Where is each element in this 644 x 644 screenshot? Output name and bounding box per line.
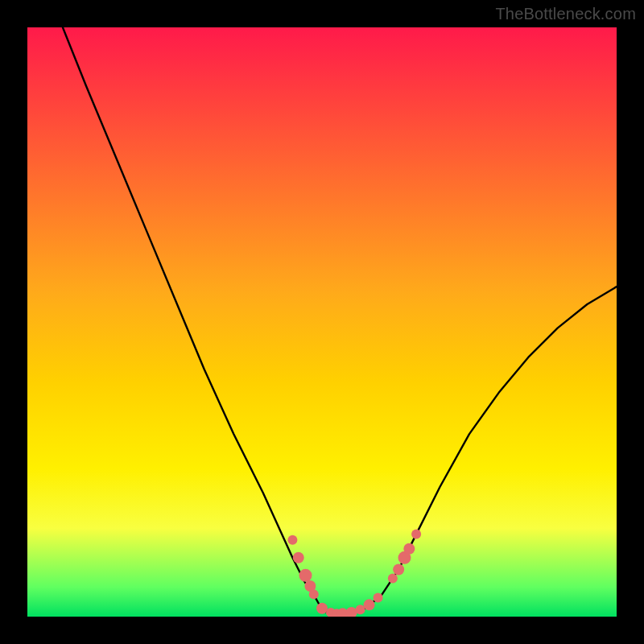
marker-dot [374,593,383,603]
marker-dot [346,607,357,617]
marker-dot [299,569,312,582]
marker-dot [388,573,398,583]
marker-dot [309,589,319,599]
marker-dot [316,603,328,614]
bottleneck-curve [27,27,617,617]
marker-dot [403,543,415,555]
chart-plot-area [27,27,617,617]
marker-dot [287,535,297,545]
marker-dot [411,530,421,539]
marker-dot [364,599,375,610]
watermark-source: TheBottleneck.com [495,5,636,23]
curve-path [63,27,617,613]
marker-dot [293,552,304,564]
marker-dot [393,564,404,575]
